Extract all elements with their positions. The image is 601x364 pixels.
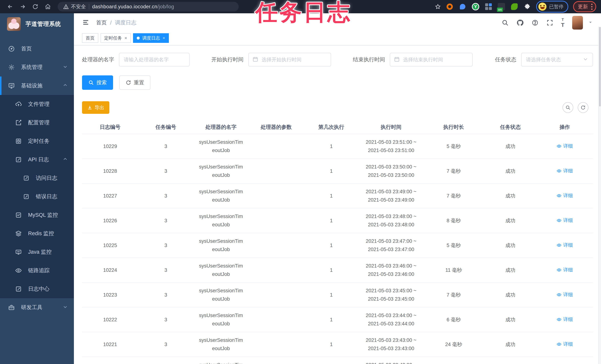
reset-button[interactable]: 重置 bbox=[119, 75, 150, 90]
page-scrollbar[interactable] bbox=[598, 27, 601, 364]
help-icon[interactable] bbox=[531, 19, 539, 26]
cell-duration: 7 毫秒 bbox=[423, 192, 484, 199]
toggle-search-button[interactable] bbox=[562, 102, 573, 113]
cell-job-id: 3 bbox=[138, 267, 193, 273]
home-icon[interactable] bbox=[42, 1, 53, 12]
sidebar-item-infrastructure[interactable]: 基础设施 bbox=[0, 77, 74, 95]
detail-link[interactable]: 详细 bbox=[557, 341, 573, 347]
cell-handler: sysUserSessionTim eoutJob bbox=[193, 212, 249, 229]
filter-form: 处理器的名字 开始执行时间 结束执行时间 bbox=[82, 53, 593, 67]
sidebar-item-jobs[interactable]: 定时任务 bbox=[0, 132, 74, 150]
job-status-select[interactable]: 请选择任务状态 bbox=[521, 53, 593, 67]
search-icon[interactable] bbox=[501, 19, 509, 26]
cell-log-id: 10221 bbox=[82, 342, 138, 347]
eye-icon bbox=[557, 268, 561, 272]
cell-handler: sysUserSessionTim eoutJob bbox=[193, 237, 249, 253]
sidebar-item-tracing[interactable]: 链路追踪 bbox=[0, 261, 74, 280]
cell-status: 成功 bbox=[484, 242, 537, 249]
cell-log-id: 10225 bbox=[82, 243, 138, 248]
sidebar-item-system[interactable]: 系统管理 bbox=[0, 58, 74, 77]
hamburger-icon[interactable] bbox=[82, 19, 90, 27]
tab-close-icon[interactable]: × bbox=[125, 35, 127, 41]
log-edit-icon bbox=[22, 175, 30, 181]
url-text[interactable]: dashboard.yudao.iocoder.cn/job/log bbox=[92, 4, 174, 10]
detail-link[interactable]: 详细 bbox=[557, 291, 573, 298]
address-bar[interactable]: 不安全 dashboard.yudao.iocoder.cn/job/log bbox=[58, 2, 239, 11]
scrollbar-thumb[interactable] bbox=[599, 27, 601, 106]
profile-status-label: 已暂停 bbox=[549, 3, 563, 10]
cell-duration: 24 毫秒 bbox=[423, 341, 484, 348]
extensions-puzzle-icon[interactable] bbox=[523, 3, 531, 11]
detail-link[interactable]: 详细 bbox=[557, 217, 573, 223]
detail-link[interactable]: 详细 bbox=[557, 242, 573, 248]
export-button[interactable]: 导出 bbox=[82, 101, 109, 114]
back-icon[interactable] bbox=[5, 1, 16, 12]
font-size-icon[interactable]: TT bbox=[561, 18, 564, 28]
sidebar-item-error-log[interactable]: 错误日志 bbox=[0, 187, 74, 206]
gear-icon bbox=[7, 64, 16, 71]
browser-update-button[interactable]: 更新 bbox=[573, 1, 596, 12]
cell-count: 1 bbox=[304, 317, 359, 323]
extension-green-y-icon[interactable]: Y bbox=[471, 3, 480, 11]
user-avatar[interactable] bbox=[572, 16, 583, 30]
cell-status: 成功 bbox=[484, 143, 537, 150]
detail-link[interactable]: 详细 bbox=[557, 192, 573, 199]
github-icon[interactable] bbox=[516, 19, 524, 26]
search-icon bbox=[88, 80, 94, 85]
sidebar-item-access-log[interactable]: 访问日志 bbox=[0, 169, 74, 187]
start-time-input[interactable] bbox=[248, 53, 331, 67]
extension-on-badge-icon[interactable]: on bbox=[497, 3, 505, 11]
extension-blue-icon[interactable] bbox=[459, 3, 467, 11]
cell-duration: 8 毫秒 bbox=[423, 217, 484, 224]
fullscreen-icon[interactable] bbox=[546, 19, 553, 26]
sidebar-item-redis[interactable]: Redis 监控 bbox=[0, 224, 74, 243]
extension-orange-icon[interactable] bbox=[446, 3, 454, 11]
sidebar-item-files[interactable]: 文件管理 bbox=[0, 95, 74, 113]
handler-name-input[interactable] bbox=[119, 53, 190, 67]
caret-down-icon[interactable] bbox=[588, 20, 593, 26]
extension-grid-icon[interactable] bbox=[484, 3, 492, 11]
tab-job-log[interactable]: 调度日志 × bbox=[133, 33, 169, 43]
search-button[interactable]: 搜索 bbox=[82, 75, 113, 90]
breadcrumb-home[interactable]: 首页 bbox=[96, 19, 107, 26]
java-monitor-icon bbox=[14, 249, 22, 255]
tab-close-icon[interactable]: × bbox=[163, 35, 165, 41]
cell-handler: sysUserSessionTim eoutJob bbox=[193, 311, 249, 328]
cell-handler: sysUserSessionTim eoutJob bbox=[193, 262, 249, 278]
sidebar-item-api-log[interactable]: API 日志 bbox=[0, 150, 74, 169]
not-secure-warning[interactable]: 不安全 bbox=[63, 3, 86, 10]
cell-log-id: 10223 bbox=[82, 292, 138, 298]
cell-time: 2021-05-03 23:42:00 ~ 2021-05-03 23:42:0… bbox=[359, 361, 423, 364]
table-row: 10225 3 sysUserSessionTim eoutJob 1 2021… bbox=[82, 233, 593, 258]
reload-icon[interactable] bbox=[30, 1, 41, 12]
sidebar-item-java[interactable]: Java 监控 bbox=[0, 243, 74, 261]
forward-icon[interactable] bbox=[17, 1, 28, 12]
detail-link[interactable]: 详细 bbox=[557, 143, 573, 149]
extension-leaf-icon[interactable] bbox=[510, 3, 518, 11]
sidebar: 芋道管理系统 首页 系统管理 bbox=[0, 13, 74, 364]
breadcrumb: 首页 / 调度日志 bbox=[96, 19, 136, 26]
end-time-input[interactable] bbox=[390, 53, 473, 67]
browser-profile-badge[interactable]: 已暂停 bbox=[536, 1, 568, 13]
sidebar-item-log-center[interactable]: 日志中心 bbox=[0, 280, 74, 298]
tab-home[interactable]: 首页 bbox=[82, 33, 98, 43]
tab-jobs[interactable]: 定时任务 × bbox=[100, 33, 131, 43]
detail-link[interactable]: 详细 bbox=[557, 316, 573, 323]
chevron-down-icon bbox=[63, 304, 68, 311]
detail-link[interactable]: 详细 bbox=[557, 267, 573, 273]
bookmark-star-icon[interactable] bbox=[435, 4, 441, 10]
cell-count: 1 bbox=[304, 168, 359, 174]
sidebar-item-mysql[interactable]: MySQL 监控 bbox=[0, 206, 74, 224]
sidebar-item-config[interactable]: 配置管理 bbox=[0, 113, 74, 132]
job-status-label: 任务状态 bbox=[495, 56, 516, 63]
sidebar-item-devtools[interactable]: 研发工具 bbox=[0, 298, 74, 317]
detail-link[interactable]: 详细 bbox=[557, 168, 573, 174]
cell-handler: sysUserSessionTim eoutJob bbox=[193, 287, 249, 303]
table-row: 10220 3 sysUserSessionTim eoutJob 1 2021… bbox=[82, 357, 593, 364]
cell-duration: 6 毫秒 bbox=[423, 316, 484, 323]
browser-menu-kebab-icon[interactable] bbox=[591, 4, 592, 10]
app-logo[interactable]: 芋道管理系统 bbox=[0, 13, 74, 35]
refresh-table-button[interactable] bbox=[578, 102, 588, 113]
cell-status: 成功 bbox=[484, 341, 537, 348]
sidebar-item-home[interactable]: 首页 bbox=[0, 40, 74, 58]
